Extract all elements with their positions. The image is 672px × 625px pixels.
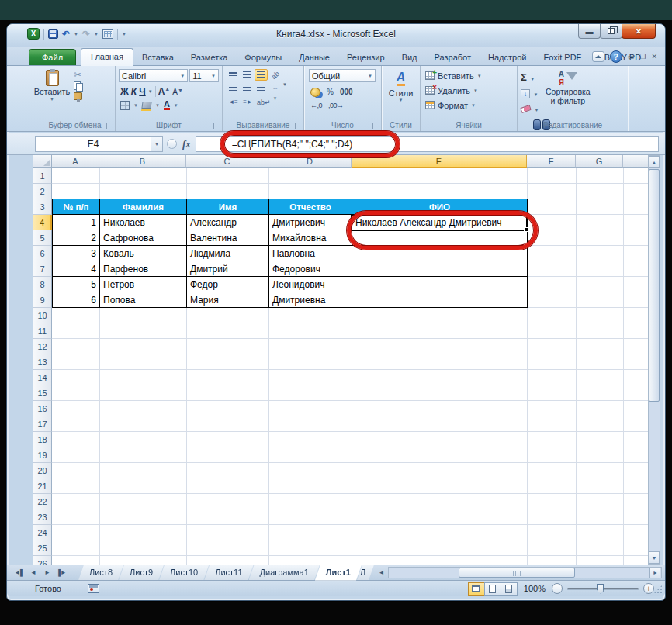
decrease-decimal-icon[interactable]: ,00→ [328, 102, 344, 109]
clipboard-dialog-launcher[interactable] [106, 123, 113, 129]
page-break-view-button[interactable] [501, 582, 518, 596]
cell-E9[interactable] [352, 292, 528, 308]
scroll-down-icon[interactable]: ▼ [649, 551, 660, 564]
row-header-7[interactable]: 7 [33, 261, 52, 277]
autosum-button[interactable]: Σ ▼ [521, 70, 539, 84]
cell-C5[interactable]: Валентина [186, 230, 269, 246]
sheet-tab-Лист11[interactable]: Лист11 [204, 565, 253, 581]
cell-B7[interactable]: Парфенов [99, 261, 187, 277]
table-header-cell[interactable]: ФИО [352, 199, 528, 215]
wrap-dropdown-icon[interactable]: ▼ [273, 96, 278, 108]
tab-Вид[interactable]: Вид [393, 50, 426, 65]
row-header-3[interactable]: 3 [33, 199, 52, 215]
row-header-18[interactable]: 18 [33, 432, 52, 447]
grow-font-button[interactable]: А▲ [158, 86, 171, 97]
paste-dropdown-icon[interactable]: ▼ [50, 97, 54, 102]
row-header-23[interactable]: 23 [33, 509, 52, 525]
tab-Главная[interactable]: Главная [81, 48, 133, 66]
cell-D8[interactable]: Леонидович [268, 276, 352, 292]
workbook-minimize-icon[interactable]: ▭ [628, 53, 635, 60]
number-dialog-launcher[interactable] [372, 123, 379, 129]
align-center-icon[interactable] [241, 82, 254, 94]
cell-C4[interactable]: Александр [186, 214, 269, 230]
cell-C9[interactable]: Мария [186, 292, 269, 308]
tab-Данные[interactable]: Данные [290, 50, 338, 65]
cell-E8[interactable] [352, 276, 528, 292]
prev-sheet-icon[interactable]: ◄ [27, 567, 40, 578]
normal-view-button[interactable] [468, 582, 485, 596]
row-header-10[interactable]: 10 [33, 308, 52, 323]
cell-D9[interactable]: Дмитриевна [268, 292, 352, 308]
cell-B5[interactable]: Сафронова [99, 230, 187, 246]
alignment-dialog-launcher[interactable] [295, 123, 302, 129]
cell-A4[interactable]: 1 [52, 214, 100, 230]
cell-B9[interactable]: Попова [99, 292, 187, 308]
row-header-13[interactable]: 13 [33, 354, 52, 370]
tab-Разметка[interactable]: Разметка [182, 50, 237, 65]
column-header-A[interactable]: A [52, 155, 99, 168]
resize-grip[interactable] [653, 585, 663, 594]
row-header-6[interactable]: 6 [33, 246, 52, 261]
row-header-22[interactable]: 22 [33, 494, 52, 509]
insert-dropdown-icon[interactable]: ▼ [477, 74, 482, 78]
row-header-24[interactable]: 24 [33, 525, 52, 540]
cell-B4[interactable]: Николаев [99, 214, 187, 230]
row-header-17[interactable]: 17 [33, 416, 52, 432]
next-sheet-icon[interactable]: ► [41, 567, 54, 578]
table-header-cell[interactable]: Имя [186, 199, 269, 215]
cell-A9[interactable]: 6 [52, 292, 100, 308]
row-header-14[interactable]: 14 [33, 370, 52, 385]
macro-record-icon[interactable] [88, 584, 99, 593]
row-header-21[interactable]: 21 [33, 478, 52, 494]
horizontal-scroll-thumb[interactable] [459, 568, 575, 578]
row-header-15[interactable]: 15 [33, 385, 52, 401]
formula-input[interactable]: =СЦЕПИТЬ(B4;" ";C4;" ";D4) [196, 136, 659, 152]
sheet-tab-Лист9[interactable]: Лист9 [119, 565, 164, 581]
fill-color-icon[interactable] [141, 102, 151, 109]
first-sheet-icon[interactable]: ◄▌ [13, 567, 26, 578]
italic-button[interactable]: К [131, 86, 137, 97]
cell-E6[interactable] [352, 245, 528, 261]
cell-C6[interactable]: Людмила [186, 245, 269, 261]
tab-Файл[interactable]: Файл [29, 49, 76, 65]
cell-D4[interactable]: Дмитриевич [268, 214, 352, 230]
vertical-scrollbar[interactable]: ▲ ▼ [648, 155, 660, 565]
font-color-icon[interactable]: А [164, 100, 170, 110]
row-header-9[interactable]: 9 [33, 292, 52, 308]
sheet-tab-Лист1[interactable]: Лист1 [315, 565, 362, 581]
column-header-C[interactable]: C [186, 155, 268, 168]
cell-E5[interactable] [352, 230, 528, 246]
sheet-tab-Лист10[interactable]: Лист10 [159, 565, 209, 581]
workbook-restore-icon[interactable]: ❐ [639, 53, 646, 60]
vertical-scroll-thumb[interactable] [649, 169, 660, 402]
tab-Формулы[interactable]: Формулы [236, 50, 290, 65]
name-box[interactable]: E4 [35, 136, 151, 152]
cell-B8[interactable]: Петров [99, 276, 187, 292]
format-dropdown-icon[interactable]: ▼ [471, 103, 476, 108]
cell-E7[interactable] [352, 261, 528, 277]
cell-D5[interactable]: Михайловна [268, 230, 352, 246]
cell-A8[interactable]: 5 [52, 276, 100, 292]
column-header-F[interactable]: F [527, 155, 576, 168]
minimize-button[interactable]: ▬ [578, 24, 601, 39]
workbook-close-icon[interactable]: ✕ [651, 53, 657, 60]
insert-cells-button[interactable]: + Вставить ▼ [422, 68, 515, 83]
horizontal-scrollbar[interactable]: ► [388, 567, 662, 578]
cell-A6[interactable]: 3 [52, 245, 100, 261]
font-dialog-launcher[interactable] [213, 123, 220, 129]
row-header-25[interactable]: 25 [33, 540, 52, 556]
merge-center-icon[interactable]: ⇔ [268, 82, 282, 94]
copy-icon[interactable] [74, 81, 82, 90]
underline-dropdown-icon[interactable]: ▼ [148, 89, 153, 94]
page-layout-view-button[interactable] [484, 582, 501, 596]
tab-Foxit PDF[interactable]: Foxit PDF [535, 50, 590, 65]
row-header-16[interactable]: 16 [33, 401, 52, 416]
align-left-icon[interactable] [227, 82, 240, 94]
paste-button[interactable]: Вставить ▼ [36, 68, 68, 102]
name-box-dropdown-icon[interactable]: ▼ [151, 136, 163, 152]
font-name-select[interactable]: Calibri▼ [119, 69, 188, 82]
comma-style-icon[interactable]: 000 [340, 88, 353, 96]
row-header-26[interactable]: 26 [33, 556, 52, 565]
row-header-5[interactable]: 5 [33, 230, 52, 246]
font-size-select[interactable]: 11▼ [189, 69, 219, 82]
